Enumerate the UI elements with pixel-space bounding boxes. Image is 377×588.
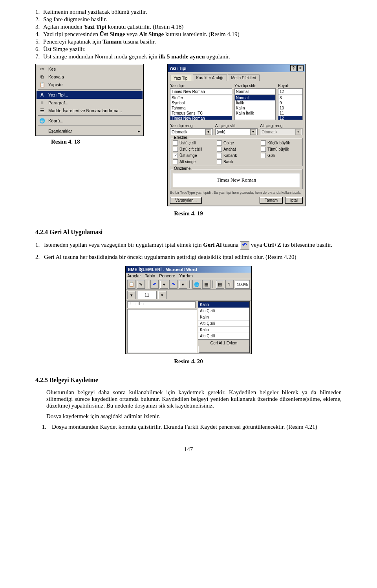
window-title: EME İŞLEMLERİ - Microsoft Word (126, 266, 251, 273)
document-area[interactable] (127, 309, 197, 353)
tab-font[interactable]: Yazı Tipi (170, 75, 192, 81)
paragraph: 1.Istemeden yapilan veya vazgeçilen bir … (35, 241, 342, 250)
list-item[interactable]: Kalın (235, 106, 275, 111)
undo-history-dropdown[interactable]: Kalın Altı Çizili Kalın Altı Çizili Kalı… (198, 301, 250, 353)
size-listbox[interactable]: 8 9 10 11 12 (278, 95, 303, 120)
default-button[interactable]: Varsayılan... (170, 197, 202, 204)
list-item[interactable]: İtalik (235, 100, 275, 106)
list-item[interactable]: 8 (278, 95, 302, 100)
style-input[interactable]: Normal (234, 88, 276, 95)
list-item[interactable]: Kalın (198, 302, 249, 308)
help-button[interactable]: ? (290, 65, 296, 71)
cancel-button[interactable]: İptal (285, 197, 303, 204)
list-item[interactable]: Kalın (198, 327, 249, 333)
checkbox-outline[interactable]: Anahat (217, 147, 256, 152)
menu-item-paste[interactable]: 📋Yapıştır (37, 81, 143, 89)
redo-button[interactable]: ↷ (169, 280, 178, 289)
preview-group: Önizleme Times New Roman (170, 169, 303, 189)
format-painter-button[interactable]: ✎ (137, 280, 145, 289)
list-item[interactable]: Altı Çizili (198, 333, 249, 339)
menu-tools[interactable]: AAraçlarraçlar (127, 273, 141, 278)
font-color-combo[interactable]: Otomatik▾ (170, 128, 213, 135)
undo-button[interactable]: ↶ (150, 280, 159, 289)
checkbox-subscript[interactable]: Alt simge (173, 159, 212, 164)
menu-item-label: Eşanlamlılar (48, 129, 72, 133)
checkbox-strikethrough[interactable]: Üstü çizili (173, 140, 212, 146)
list-item[interactable]: Altı Çizili (198, 308, 249, 314)
underline-color-combo[interactable]: Otomatik▾ (260, 128, 303, 135)
tab-char-spacing[interactable]: Karakter Aralığı (193, 75, 227, 81)
list-item[interactable]: Altı Çizili (198, 320, 249, 327)
toolbar-formatting: ▾ 11 ▾ (126, 290, 251, 300)
underline-style-combo[interactable]: (yok)▾ (215, 128, 258, 135)
menu-item-copy[interactable]: ⧉Kopyala (37, 73, 143, 81)
list-item[interactable]: 11 (278, 111, 302, 116)
font-size-combo[interactable]: 11 (137, 291, 157, 299)
ruler[interactable]: · 4 · ı · 5 · ı (127, 301, 196, 308)
font-dialog: Yazı Tipi ? × Yazı Tipi Karakter Aralığı… (167, 64, 306, 206)
size-input[interactable]: 12 (278, 88, 303, 95)
checkbox-label: Basık (223, 160, 233, 164)
menu-item-font[interactable]: AYazı Tipi... (37, 91, 143, 99)
list-item[interactable]: Times New Roman (170, 116, 232, 120)
ok-button[interactable]: Tamam (260, 197, 283, 204)
label: Yazı tipi rengi: (170, 124, 213, 128)
checkbox-smallcaps[interactable]: Küçük büyük (261, 140, 300, 146)
menu-item-synonyms[interactable]: Eşanlamlılar▸ (37, 127, 143, 135)
separator (212, 280, 214, 288)
redo-dropdown-button[interactable]: ▾ (179, 280, 187, 289)
list-item[interactable]: Kalın İtalik (235, 111, 275, 116)
menu-separator (38, 89, 141, 90)
list-item[interactable]: Tempus Sans ITC (170, 111, 232, 116)
font-input[interactable]: Times New Roman (170, 88, 232, 95)
show-hide-button[interactable]: ¶ (225, 280, 234, 289)
chevron-button[interactable]: ▾ (127, 291, 136, 299)
submenu-arrow-icon: ▸ (138, 129, 140, 134)
list-item[interactable]: 9 (278, 100, 302, 106)
list-item[interactable]: 12 (278, 116, 302, 120)
font-listbox[interactable]: Stuffer Symbol Tahoma Tempus Sans ITC Ti… (170, 95, 232, 120)
tab-text-effects[interactable]: Metin Efektleri (228, 75, 260, 81)
checkbox-superscript[interactable]: ✓Üst simge (173, 153, 212, 158)
checkbox-shadow[interactable]: Gölge (217, 140, 256, 146)
tables-button[interactable]: ▦ (202, 280, 210, 289)
font-size-dropdown[interactable]: ▾ (158, 291, 167, 299)
menu-item-bullets[interactable]: ☰Madde İşaretleri ve Numaralandırma... (37, 107, 143, 115)
menu-window[interactable]: Pencere (159, 273, 175, 278)
checkbox-label: Gölge (223, 141, 234, 145)
context-menu[interactable]: ✂Kes ⧉Kopyala 📋Yapıştır AYazı Tipi... ≡P… (35, 64, 144, 136)
figure-caption: Resim 4. 19 (35, 210, 342, 217)
checkbox-emboss[interactable]: Kabarık (217, 153, 256, 158)
cut-icon: ✂ (39, 66, 45, 72)
paste-button[interactable]: 📋 (127, 280, 135, 289)
menu-item-label: Yapıştır (48, 82, 63, 87)
list-item[interactable]: Normal (235, 95, 275, 100)
figure-420: EME İŞLEMLERİ - Microsoft Word AAraçlarr… (125, 266, 252, 354)
doc-map-button[interactable]: ▤ (216, 280, 224, 289)
close-button[interactable]: × (297, 65, 304, 71)
zoom-combo[interactable]: 100% (235, 280, 250, 289)
instruction-7: 7.Üst simge modundan Normal moda geçmek … (35, 53, 342, 60)
label: Alt çizgi rengi: (260, 124, 303, 128)
list-item[interactable]: Symbol (170, 100, 232, 106)
dialog-titlebar: Yazı Tipi ? × (168, 64, 305, 72)
menu-item-cut[interactable]: ✂Kes (37, 65, 143, 73)
hyperlink-button[interactable]: 🌐 (192, 280, 201, 289)
chevron-down-icon: ▾ (250, 129, 256, 135)
checkbox-engrave[interactable]: Basık (217, 159, 256, 164)
undo-dropdown-button[interactable]: ▾ (160, 280, 168, 289)
menu-help[interactable]: Yardım (179, 273, 193, 278)
list-item[interactable]: Stuffer (170, 95, 232, 100)
menu-table[interactable]: Tablo (145, 273, 155, 278)
list-item[interactable]: Kalın (198, 314, 249, 320)
menu-item-label: Madde İşaretleri ve Numaralandırma... (48, 108, 122, 113)
menu-item-paragraph[interactable]: ≡Paragraf... (37, 99, 143, 107)
checkbox-double-strike[interactable]: Üstü çift çizili (173, 147, 212, 152)
menu-item-hyperlink[interactable]: 🌐Köprü... (37, 117, 143, 125)
paragraph: 1.Dosya mönüsünden Kaydet komutu çalisti… (35, 424, 342, 430)
style-listbox[interactable]: Normal İtalik Kalın Kalın İtalik (234, 95, 276, 120)
checkbox-allcaps[interactable]: Tümü büyük (261, 147, 300, 152)
list-item[interactable]: 10 (278, 106, 302, 111)
list-item[interactable]: Tahoma (170, 106, 232, 111)
checkbox-hidden[interactable]: Gizli (261, 153, 300, 158)
